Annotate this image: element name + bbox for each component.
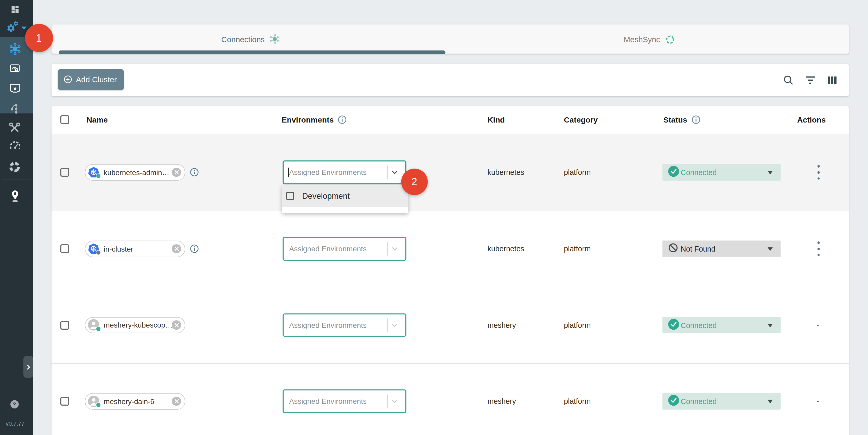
row-checkbox[interactable] xyxy=(60,397,69,406)
kind-cell: meshery xyxy=(487,321,516,330)
toolbox-icon[interactable] xyxy=(8,121,21,134)
row-actions-empty: - xyxy=(816,321,819,330)
version-label: v0.7.77 xyxy=(0,421,30,427)
connection-name: kubernetes-admin… xyxy=(104,168,169,177)
environments-select[interactable]: Assigned Environments xyxy=(282,237,406,261)
header-environments[interactable]: Environments xyxy=(282,116,347,124)
status-label: Connected xyxy=(681,168,717,177)
status-chip[interactable]: Not Found xyxy=(662,241,781,257)
status-chip[interactable]: Connected xyxy=(662,317,781,333)
connection-name: in-cluster xyxy=(104,245,133,253)
connections-tab-icon xyxy=(269,33,280,45)
help-icon[interactable]: ? xyxy=(10,400,19,408)
dropdown-option-development[interactable]: Development xyxy=(282,186,408,207)
remove-connection-icon[interactable] xyxy=(172,244,181,253)
chevron-down-icon[interactable] xyxy=(391,321,398,329)
environments-select[interactable]: Assigned Environments xyxy=(282,390,406,413)
tab-meshsync[interactable]: MeshSync xyxy=(450,25,849,54)
status-dropdown-arrow xyxy=(768,400,773,404)
category-cell: platform xyxy=(564,168,591,177)
service-mesh-icon[interactable] xyxy=(9,102,21,114)
info-icon[interactable] xyxy=(338,116,347,124)
connections-icon[interactable] xyxy=(8,42,22,55)
configuration-icon[interactable]: </> xyxy=(9,62,21,75)
row-checkbox[interactable] xyxy=(60,321,69,330)
remove-connection-icon[interactable] xyxy=(172,397,181,406)
kind-cell: kubernetes xyxy=(487,168,524,177)
select-divider xyxy=(387,318,388,332)
connection-status-dot xyxy=(96,326,101,332)
connected-check-icon xyxy=(668,395,679,408)
add-cluster-button[interactable]: Add Cluster xyxy=(58,69,124,90)
category-cell: platform xyxy=(564,245,591,253)
settings-gears-icon[interactable] xyxy=(6,21,21,34)
select-all-checkbox[interactable] xyxy=(60,116,69,124)
tabs-bar: Connections MeshSync xyxy=(52,25,849,54)
filter-icon[interactable] xyxy=(804,74,816,86)
active-tab-indicator xyxy=(59,50,445,54)
status-chip[interactable]: Connected xyxy=(662,164,781,181)
status-chip[interactable]: Connected xyxy=(662,393,781,409)
meshery-connections-page: </> xyxy=(0,0,868,435)
sidebar: </> xyxy=(0,0,33,435)
view-columns-icon[interactable] xyxy=(826,74,838,86)
smi-icon[interactable] xyxy=(8,161,21,174)
info-icon[interactable] xyxy=(190,168,199,177)
performance-icon[interactable] xyxy=(8,82,22,95)
option-checkbox[interactable] xyxy=(286,192,294,200)
connection-name-chip[interactable]: meshery-dain-6 xyxy=(85,393,185,409)
row-checkbox[interactable] xyxy=(60,168,69,177)
header-name[interactable]: Name xyxy=(87,116,108,124)
connected-check-icon xyxy=(668,319,679,332)
info-icon[interactable] xyxy=(190,245,199,253)
row-actions-menu-icon[interactable] xyxy=(815,165,822,180)
toolbar: Add Cluster xyxy=(52,64,849,96)
header-kind[interactable]: Kind xyxy=(487,116,505,124)
location-pin-icon[interactable] xyxy=(9,189,21,203)
not-found-icon xyxy=(668,243,678,255)
header-category[interactable]: Category xyxy=(564,116,598,124)
row-actions-menu-icon[interactable] xyxy=(815,242,822,256)
plus-circle-icon xyxy=(63,75,72,84)
status-label: Not Found xyxy=(681,245,716,253)
select-divider xyxy=(387,166,388,179)
remove-connection-icon[interactable] xyxy=(172,168,181,177)
sidebar-divider xyxy=(2,179,31,180)
chevron-down-icon[interactable] xyxy=(391,168,398,177)
search-icon[interactable] xyxy=(782,74,795,86)
environments-placeholder: Assigned Environments xyxy=(289,168,367,177)
metrics-gauge-icon[interactable] xyxy=(8,140,22,153)
header-status[interactable]: Status xyxy=(663,116,700,124)
environments-select[interactable]: Assigned Environments xyxy=(282,313,406,337)
row-checkbox[interactable] xyxy=(60,245,69,253)
select-divider xyxy=(387,395,388,408)
meshsync-spinner-icon xyxy=(664,34,675,44)
chevron-down-icon[interactable] xyxy=(391,245,398,253)
connection-status-dot xyxy=(96,174,101,179)
environments-placeholder: Assigned Environments xyxy=(289,321,367,330)
environments-placeholder: Assigned Environments xyxy=(289,245,367,253)
status-label: Connected xyxy=(681,321,717,330)
svg-text:</>: </> xyxy=(12,66,17,70)
connection-name-chip[interactable]: in-cluster xyxy=(85,241,185,257)
category-cell: platform xyxy=(564,397,591,406)
connection-status-dot xyxy=(96,250,101,255)
chevron-down-icon[interactable] xyxy=(391,398,398,405)
chevron-down-icon[interactable] xyxy=(21,26,27,30)
info-icon[interactable] xyxy=(691,116,700,124)
connection-name-chip[interactable]: meshery-kubescop… xyxy=(85,317,185,333)
status-dropdown-arrow xyxy=(768,324,773,327)
tab-connections[interactable]: Connections xyxy=(52,25,450,54)
table-row: meshery-dain-6 Assigned Environments mes… xyxy=(52,363,849,435)
remove-connection-icon[interactable] xyxy=(172,320,181,330)
sidebar-divider xyxy=(2,210,31,210)
select-divider xyxy=(387,242,388,256)
sidebar-expand-button[interactable] xyxy=(23,356,33,378)
connection-name: meshery-dain-6 xyxy=(104,397,155,405)
status-label: Connected xyxy=(681,397,717,406)
environments-select[interactable]: Assigned Environments xyxy=(282,160,406,184)
connection-status-dot xyxy=(96,402,101,408)
connection-name-chip[interactable]: kubernetes-admin… xyxy=(85,164,185,181)
dashboard-icon[interactable] xyxy=(10,5,20,14)
header-actions: Actions xyxy=(797,116,826,124)
